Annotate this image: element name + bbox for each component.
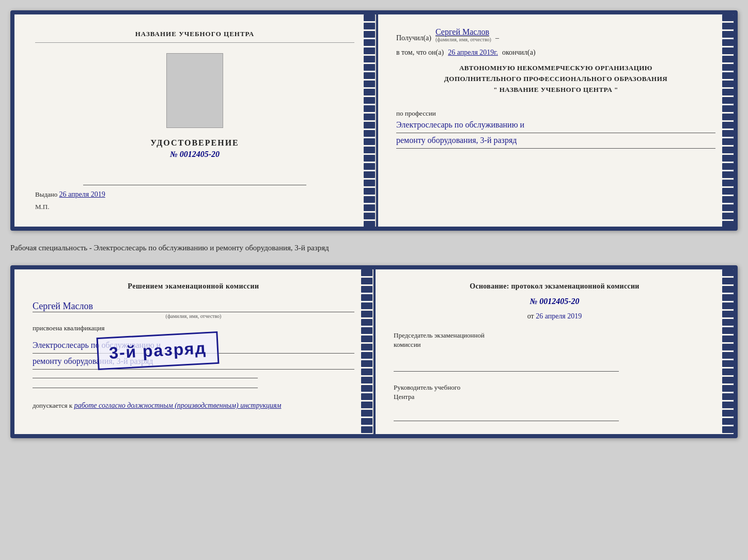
date-prefix: от: [527, 312, 534, 320]
assigned-text: присвоена квалификация: [33, 324, 354, 332]
cert1-right-panel: Получил(а) Сергей Маслов (фамилия, имя, …: [378, 14, 734, 227]
cert2-left-panel: Решением экаменационной комиссии Сергей …: [14, 269, 373, 435]
chairman-title: Председатель экзаменационной комиссии: [394, 331, 715, 349]
profession-line2: ремонту оборудования, 3-й разряд: [396, 133, 715, 149]
cert1-left-panel: НАЗВАНИЕ УЧЕБНОГО ЦЕНТРА УДОСТОВЕРЕНИЕ №…: [14, 14, 376, 227]
completed-date: 26 апреля 2019г.: [448, 49, 498, 57]
received-label: Получил(а): [396, 34, 431, 42]
recipient-sub: (фамилия, имя, отчество): [435, 37, 491, 42]
chairman-line1: Председатель экзаменационной: [394, 331, 485, 339]
chairman-line2: комиссии: [394, 341, 421, 348]
cert2-right-panel: Основание: протокол экзаменационной коми…: [376, 269, 734, 435]
org-line1: АВТОНОМНУЮ НЕКОММЕРЧЕСКУЮ ОРГАНИЗАЦИЮ: [396, 63, 715, 74]
director-line1: Руководитель учебного: [394, 383, 460, 391]
admitted-work: работе согласно должностным (производств…: [74, 402, 281, 409]
admitted-label: допускается к: [33, 402, 72, 409]
received-line: Получил(а) Сергей Маслов (фамилия, имя, …: [396, 27, 715, 42]
stamp-text: 3-й разряд: [108, 339, 207, 363]
cert2-left-deco: [361, 269, 372, 435]
certificate-card-1: НАЗВАНИЕ УЧЕБНОГО ЦЕНТРА УДОСТОВЕРЕНИЕ №…: [10, 10, 738, 231]
issued-date: 26 апреля 2019: [59, 190, 105, 198]
left-deco-bars: [364, 14, 375, 227]
director-line2: Центра: [394, 393, 414, 401]
in-that-label: в том, что он(а): [396, 49, 444, 57]
between-text: Рабочая специальность - Электрослесарь п…: [10, 240, 738, 256]
org-text: АВТОНОМНУЮ НЕКОММЕРЧЕСКУЮ ОРГАНИЗАЦИЮ ДО…: [396, 63, 715, 95]
date-value: 26 апреля 2019: [536, 312, 582, 320]
stamp: 3-й разряд: [97, 331, 220, 370]
protocol-number: № 0012405-20: [394, 297, 715, 306]
profession-label: по профессии: [396, 109, 715, 118]
org-name-header: НАЗВАНИЕ УЧЕБНОГО ЦЕНТРА: [35, 30, 354, 43]
protocol-date: от 26 апреля 2019: [394, 312, 715, 321]
right-deco-bars-1: [722, 14, 734, 227]
admitted-text: допускается к работе согласно должностны…: [33, 402, 354, 410]
person-name: Сергей Маслов: [33, 301, 354, 312]
issued-line: Выдано 26 апреля 2019: [35, 190, 354, 199]
org-line2: ДОПОЛНИТЕЛЬНОГО ПРОФЕССИОНАЛЬНОГО ОБРАЗО…: [396, 74, 715, 85]
basis-text: Основание: протокол экзаменационной коми…: [394, 282, 715, 291]
certificate-card-2: Решением экаменационной комиссии Сергей …: [10, 265, 738, 439]
completed-line: в том, что он(а) 26 апреля 2019г. окончи…: [396, 49, 715, 57]
profession-line1: Электрослесарь по обслуживанию и: [396, 118, 715, 133]
mp-label: М.П.: [35, 203, 49, 211]
cert-number: № 0012405-20: [170, 150, 220, 159]
completed-label: окончил(а): [502, 49, 536, 57]
decision-title: Решением экаменационной комиссии: [33, 282, 354, 291]
dash-1: –: [495, 34, 499, 42]
photo-placeholder: [166, 53, 223, 128]
cert2-right-deco: [722, 269, 734, 435]
cert-title: УДОСТОВЕРЕНИЕ: [150, 138, 239, 148]
recipient-name: Сергей Маслов: [435, 27, 489, 37]
director-title: Руководитель учебного Центра: [394, 383, 715, 402]
person-sub: (фамилия, имя, отчество): [33, 313, 354, 319]
issued-label: Выдано: [35, 190, 57, 198]
org-line3: " НАЗВАНИЕ УЧЕБНОГО ЦЕНТРА ": [396, 85, 715, 95]
